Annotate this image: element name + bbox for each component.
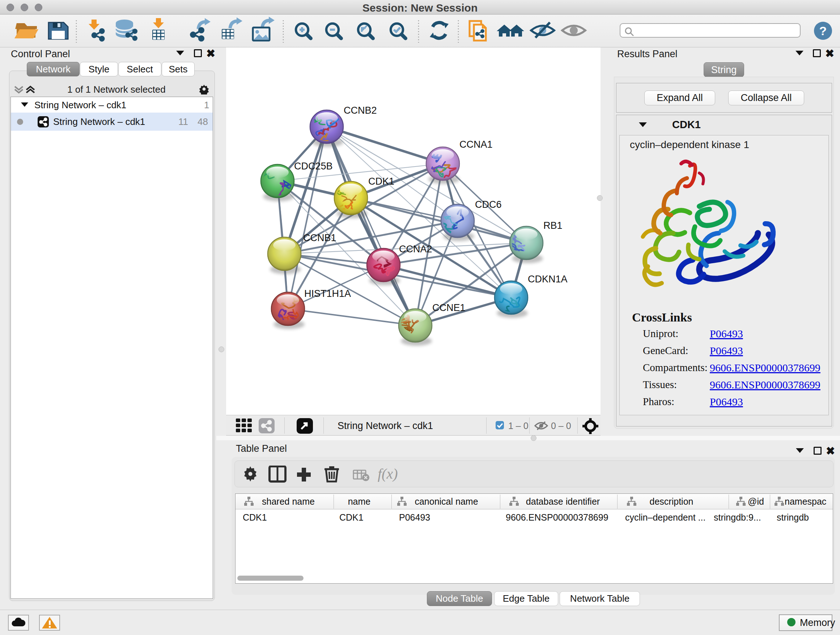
svg-text:CDK1: CDK1 xyxy=(368,176,394,187)
svg-text:CCNE1: CCNE1 xyxy=(432,302,466,313)
svg-text:RB1: RB1 xyxy=(543,220,562,231)
svg-text:CCNA2: CCNA2 xyxy=(399,244,432,255)
svg-text:HIST1H1A: HIST1H1A xyxy=(304,288,351,299)
svg-text:CDKN1A: CDKN1A xyxy=(528,274,568,285)
svg-text:CDC6: CDC6 xyxy=(475,199,502,210)
svg-text:CCNA1: CCNA1 xyxy=(459,139,493,150)
svg-text:CDC25B: CDC25B xyxy=(294,161,333,172)
svg-text:CCNB1: CCNB1 xyxy=(303,233,336,243)
svg-text:CCNB2: CCNB2 xyxy=(344,105,377,116)
svg-text:f(x): f(x) xyxy=(378,466,398,482)
